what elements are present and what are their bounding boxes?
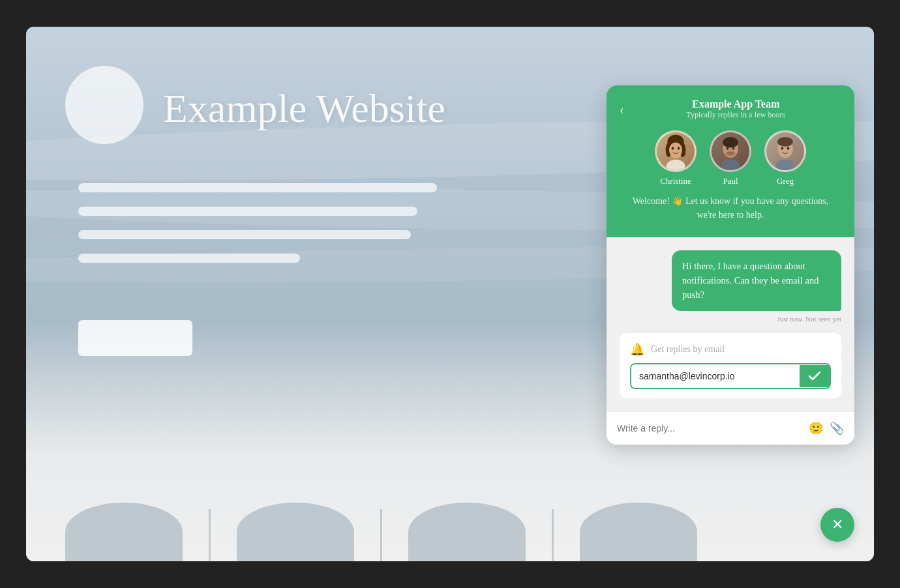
screen: Example Website ‹ Example App Team Typic… [26, 27, 874, 561]
svg-point-17 [777, 137, 793, 147]
svg-point-8 [667, 160, 685, 172]
agent-avatars: Christine [620, 130, 841, 186]
svg-point-15 [776, 160, 795, 172]
avatar-christine-svg [657, 130, 695, 172]
agent-item-christine: Christine [655, 130, 697, 186]
chat-widget: ‹ Example App Team Typically replies in … [607, 85, 854, 445]
svg-point-18 [781, 147, 784, 150]
content-line-1 [78, 183, 437, 192]
avatar-paul-svg [712, 130, 749, 172]
svg-point-9 [721, 160, 740, 172]
vertical-line-3 [552, 509, 554, 561]
email-confirm-button[interactable] [800, 365, 830, 387]
avatar-greg [764, 130, 806, 172]
message-bubble: Hi there, I have a question about notifi… [672, 250, 841, 311]
email-row: 🔔 Get replies by email [630, 342, 831, 357]
content-line-3 [78, 230, 411, 239]
website-button-placeholder [78, 320, 192, 356]
header-info: Example App Team Typically replies in a … [631, 98, 841, 120]
agent-name-christine: Christine [660, 176, 691, 186]
reply-area: 🙂 📎 [607, 411, 854, 445]
close-button[interactable]: ✕ [820, 508, 854, 542]
bell-icon: 🔔 [630, 342, 644, 357]
reply-icons: 🙂 📎 [809, 421, 844, 435]
svg-point-14 [726, 151, 736, 156]
checkmark-icon [809, 372, 820, 381]
silhouette-3 [408, 503, 526, 561]
email-input[interactable] [631, 364, 800, 388]
chat-body: Hi there, I have a question about notifi… [607, 237, 854, 411]
response-time: Typically replies in a few hours [631, 110, 841, 120]
chat-header-top: ‹ Example App Team Typically replies in … [620, 98, 841, 120]
content-line-2 [78, 207, 417, 216]
get-replies-label: Get replies by email [651, 344, 725, 355]
back-button[interactable]: ‹ [620, 103, 624, 116]
chat-header: ‹ Example App Team Typically replies in … [607, 85, 854, 237]
website-title: Example Website [163, 85, 445, 132]
agent-item-paul: Paul [710, 130, 751, 186]
avatar-greg-svg [766, 130, 804, 172]
silhouette-1 [65, 503, 183, 561]
svg-point-19 [787, 147, 790, 150]
agent-item-greg: Greg [764, 130, 806, 186]
svg-point-5 [669, 142, 682, 158]
content-lines [78, 183, 437, 263]
content-line-4 [78, 254, 300, 263]
svg-point-6 [672, 147, 674, 150]
welcome-message: Welcome! 👋 Let us know if you have any q… [620, 194, 841, 222]
vertical-line-2 [380, 509, 382, 561]
svg-point-12 [727, 147, 729, 150]
vertical-line-1 [209, 509, 211, 561]
moon-decoration [65, 66, 143, 144]
silhouette-container [26, 483, 874, 561]
agent-name-paul: Paul [723, 176, 738, 186]
silhouette-4 [580, 503, 697, 561]
avatar-christine [655, 130, 697, 172]
email-section: 🔔 Get replies by email [620, 333, 841, 398]
svg-point-13 [732, 147, 735, 150]
email-input-row [630, 363, 831, 389]
silhouette-2 [237, 503, 354, 561]
reply-input[interactable] [617, 423, 802, 434]
svg-point-7 [678, 147, 680, 150]
avatar-paul [710, 130, 751, 172]
svg-point-11 [723, 137, 738, 147]
emoji-icon[interactable]: 🙂 [809, 421, 823, 435]
message-timestamp: Just now. Not seen yet [620, 315, 841, 323]
agent-name-greg: Greg [777, 176, 794, 186]
team-name: Example App Team [631, 98, 841, 110]
attachment-icon[interactable]: 📎 [830, 421, 844, 435]
close-icon: ✕ [832, 516, 843, 533]
